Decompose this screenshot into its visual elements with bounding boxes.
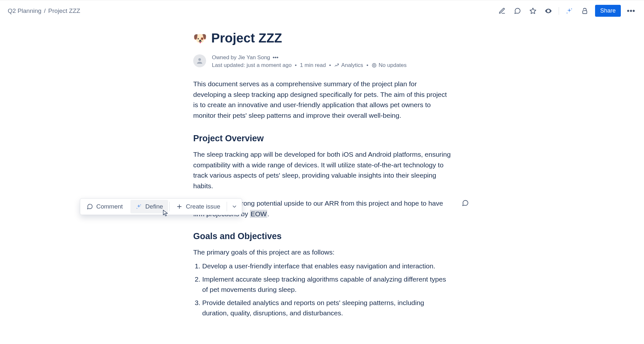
svg-point-3: [198, 58, 201, 61]
meta-details: Last updated: just a moment ago • 1 min …: [212, 62, 407, 69]
more-icon[interactable]: •••: [626, 6, 636, 16]
inline-comment-icon[interactable]: [462, 199, 469, 210]
ai-sparkle-icon[interactable]: [564, 6, 574, 16]
svg-marker-0: [530, 8, 536, 13]
last-updated: Last updated: just a moment ago: [212, 62, 292, 69]
lock-icon[interactable]: [580, 6, 590, 16]
page-content: 🐶 Project ZZZ Owned by Jie Yan Song ••• …: [193, 21, 451, 319]
overview-heading[interactable]: Project Overview: [193, 134, 451, 144]
ai-sparkle-icon: [136, 203, 142, 210]
intro-paragraph[interactable]: This document serves as a comprehensive …: [193, 79, 451, 121]
list-item[interactable]: Provide detailed analytics and reports o…: [202, 298, 451, 319]
comment-icon: [87, 203, 93, 210]
comment-button[interactable]: Comment: [80, 199, 129, 215]
create-issue-dropdown[interactable]: [227, 199, 242, 215]
comment-icon[interactable]: [512, 6, 523, 16]
read-time: 1 min read: [300, 62, 326, 69]
watch-icon[interactable]: [543, 6, 554, 16]
svg-point-1: [548, 10, 549, 11]
svg-point-5: [373, 64, 375, 66]
page-title[interactable]: Project ZZZ: [211, 31, 282, 45]
selection-toolbar: Comment Define Create issue: [80, 198, 242, 215]
avatar[interactable]: [193, 54, 206, 67]
list-item[interactable]: Develop a user-friendly interface that e…: [202, 261, 451, 272]
meta-row: Owned by Jie Yan Song ••• Last updated: …: [193, 54, 451, 69]
list-item[interactable]: Implement accurate sleep tracking algori…: [202, 274, 451, 295]
dot: •: [295, 62, 297, 69]
topbar: Q2 Planning / Project ZZZ Share •••: [0, 0, 644, 21]
analytics-link[interactable]: Analytics: [334, 62, 363, 69]
breadcrumb-current: Project ZZZ: [48, 7, 80, 14]
breadcrumb-separator: /: [44, 7, 46, 14]
dot: •: [329, 62, 331, 69]
svg-point-4: [372, 63, 376, 67]
top-actions: Share •••: [497, 5, 636, 17]
share-button[interactable]: Share: [595, 5, 621, 17]
owner-name[interactable]: Jie Yan Song: [238, 54, 270, 60]
owner-more-icon[interactable]: •••: [273, 54, 279, 61]
comment-label: Comment: [96, 203, 123, 210]
updates-link[interactable]: No updates: [372, 62, 407, 69]
owner-line: Owned by Jie Yan Song •••: [212, 54, 407, 61]
breadcrumb-parent[interactable]: Q2 Planning: [8, 7, 42, 14]
star-icon[interactable]: [528, 6, 538, 16]
define-label: Define: [145, 203, 163, 210]
goals-intro[interactable]: The primary goals of this project are as…: [193, 247, 451, 258]
create-issue-button[interactable]: Create issue: [170, 199, 227, 215]
owner-label: Owned by Jie Yan Song: [212, 54, 270, 61]
goals-list[interactable]: Develop a user-friendly interface that e…: [193, 261, 451, 319]
meta-text: Owned by Jie Yan Song ••• Last updated: …: [212, 54, 407, 69]
toolbar-divider: [559, 7, 559, 15]
highlighted-text[interactable]: EOW: [250, 210, 267, 218]
edit-icon[interactable]: [497, 6, 507, 16]
goals-heading[interactable]: Goals and Objectives: [193, 231, 451, 241]
title-row: 🐶 Project ZZZ: [193, 31, 451, 45]
create-issue-label: Create issue: [186, 203, 220, 210]
chevron-down-icon: [232, 204, 237, 209]
overview-p2-text-b: .: [267, 210, 269, 218]
overview-paragraph-1[interactable]: The sleep tracking app will be developed…: [193, 149, 451, 191]
dot: •: [366, 62, 368, 69]
define-button[interactable]: Define: [130, 200, 168, 213]
plus-icon: [176, 203, 183, 210]
page-emoji[interactable]: 🐶: [193, 33, 207, 44]
breadcrumb: Q2 Planning / Project ZZZ: [8, 7, 80, 14]
svg-rect-2: [583, 11, 587, 14]
